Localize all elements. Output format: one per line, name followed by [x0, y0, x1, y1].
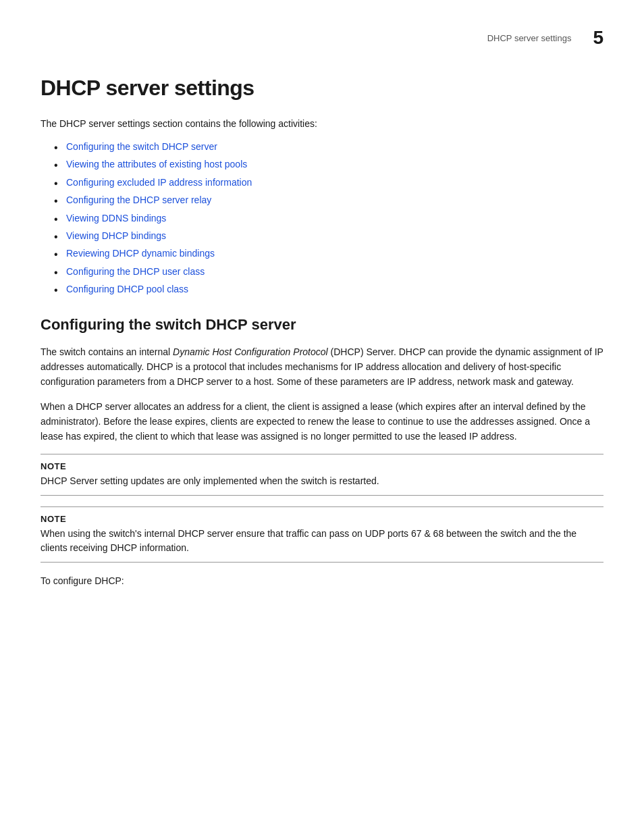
- header-right: DHCP server settings 5: [487, 27, 603, 49]
- header-chapter-title: DHCP server settings: [487, 33, 572, 43]
- list-item: Configuring excluded IP address informat…: [54, 175, 603, 190]
- list-item: Viewing DDNS bindings: [54, 211, 603, 226]
- link-viewing-host-pools[interactable]: Viewing the attributes of existing host …: [66, 159, 247, 170]
- list-item: Configuring the switch DHCP server: [54, 139, 603, 154]
- link-ddns-bindings[interactable]: Viewing DDNS bindings: [66, 213, 166, 224]
- link-dhcp-bindings[interactable]: Viewing DHCP bindings: [66, 230, 166, 241]
- list-item: Viewing the attributes of existing host …: [54, 157, 603, 172]
- list-item: Configuring the DHCP user class: [54, 264, 603, 279]
- page-header: DHCP server settings 5: [41, 27, 603, 55]
- list-item: Configuring DHCP pool class: [54, 282, 603, 296]
- link-user-class[interactable]: Configuring the DHCP user class: [66, 266, 205, 277]
- subsection-para2: When a DHCP server allocates an address …: [41, 399, 603, 444]
- content-area: The DHCP server settings section contain…: [41, 117, 603, 588]
- note-label-2: NOTE: [41, 514, 603, 524]
- note-box-2: NOTE When using the switch's internal DH…: [41, 506, 603, 563]
- subsection-title: Configuring the switch DHCP server: [41, 316, 603, 334]
- list-item: Viewing DHCP bindings: [54, 228, 603, 243]
- link-configuring-switch-dhcp[interactable]: Configuring the switch DHCP server: [66, 141, 217, 152]
- link-dynamic-bindings[interactable]: Reviewing DHCP dynamic bindings: [66, 248, 215, 259]
- intro-text: The DHCP server settings section contain…: [41, 117, 603, 131]
- list-item: Reviewing DHCP dynamic bindings: [54, 246, 603, 261]
- note-text-2: When using the switch's internal DHCP se…: [41, 527, 603, 555]
- main-title: DHCP server settings: [41, 76, 603, 101]
- italic-text: Dynamic Host Configuration Protocol: [173, 346, 328, 357]
- page-number: 5: [593, 27, 603, 49]
- list-item: Configuring the DHCP server relay: [54, 192, 603, 207]
- activity-list: Configuring the switch DHCP server Viewi…: [54, 139, 603, 297]
- link-pool-class[interactable]: Configuring DHCP pool class: [66, 284, 188, 294]
- subsection-para1: The switch contains an internal Dynamic …: [41, 344, 603, 390]
- outro-text: To configure DHCP:: [41, 573, 603, 588]
- page-container: DHCP server settings 5 DHCP server setti…: [0, 0, 644, 834]
- link-excluded-ip[interactable]: Configuring excluded IP address informat…: [66, 177, 252, 188]
- link-dhcp-relay[interactable]: Configuring the DHCP server relay: [66, 194, 211, 205]
- note-box-1: NOTE DHCP Server setting updates are onl…: [41, 454, 603, 496]
- note-label-1: NOTE: [41, 461, 603, 471]
- note-text-1: DHCP Server setting updates are only imp…: [41, 474, 603, 488]
